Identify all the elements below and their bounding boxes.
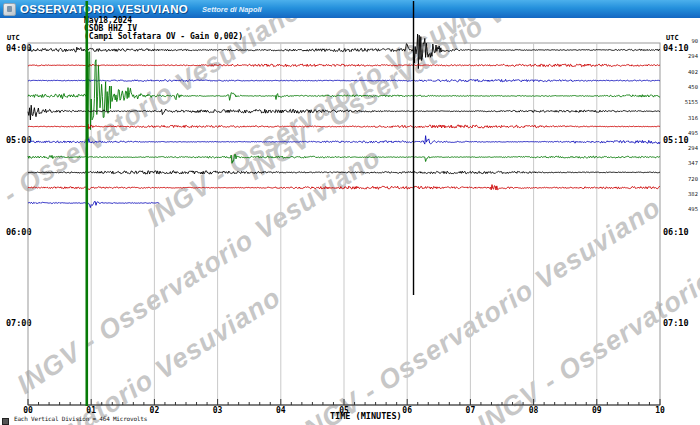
scale-value: 402 [670, 69, 698, 75]
x-tick-label: 08 [524, 407, 544, 415]
x-tick-label: 02 [144, 407, 164, 415]
x-tick-label: 07 [460, 407, 480, 415]
left-time-label: 06:00 [6, 228, 32, 237]
corner-mark [2, 418, 9, 425]
x-tick-label: 04 [271, 407, 291, 415]
x-axis-title: TIME (MINUTES) [330, 412, 402, 421]
scale-value: 5155 [670, 99, 698, 105]
scale-value: 90 [670, 38, 698, 44]
header-description: (Campi Solfatara OV - Gain 0,002) [84, 33, 243, 41]
scale-value: 495 [670, 130, 698, 136]
right-time-label: 06:10 [663, 228, 689, 237]
scale-value: 294 [670, 145, 698, 151]
scale-value: 294 [670, 53, 698, 59]
utc-label-left: UTC [7, 35, 20, 42]
left-time-label: 04:00 [6, 44, 32, 53]
scale-value: 720 [670, 176, 698, 182]
x-tick-label: 00 [18, 407, 38, 415]
x-tick-label: 01 [81, 407, 101, 415]
scale-value: 316 [670, 115, 698, 121]
helicorder-page: INGV - Osservatorio VesuvianoINGV - Osse… [0, 0, 700, 425]
x-tick-label: 10 [650, 407, 670, 415]
left-time-label: 05:00 [6, 136, 32, 145]
right-time-label: 05:10 [663, 136, 689, 145]
plot-labels: May18,2024 CSOB HHZ IV (Campi Solfatara … [0, 0, 700, 425]
x-tick-label: 09 [587, 407, 607, 415]
footer-note: Each Vertical Division = 464 Microvolts [14, 416, 147, 422]
left-time-label: 07:00 [6, 319, 32, 328]
right-time-label: 07:10 [663, 319, 689, 328]
right-time-label: 04:10 [663, 44, 689, 53]
scale-value: 495 [670, 206, 698, 212]
scale-value: 347 [670, 160, 698, 166]
scale-value: 382 [670, 191, 698, 197]
scale-value: 450 [670, 84, 698, 90]
x-tick-label: 03 [208, 407, 228, 415]
